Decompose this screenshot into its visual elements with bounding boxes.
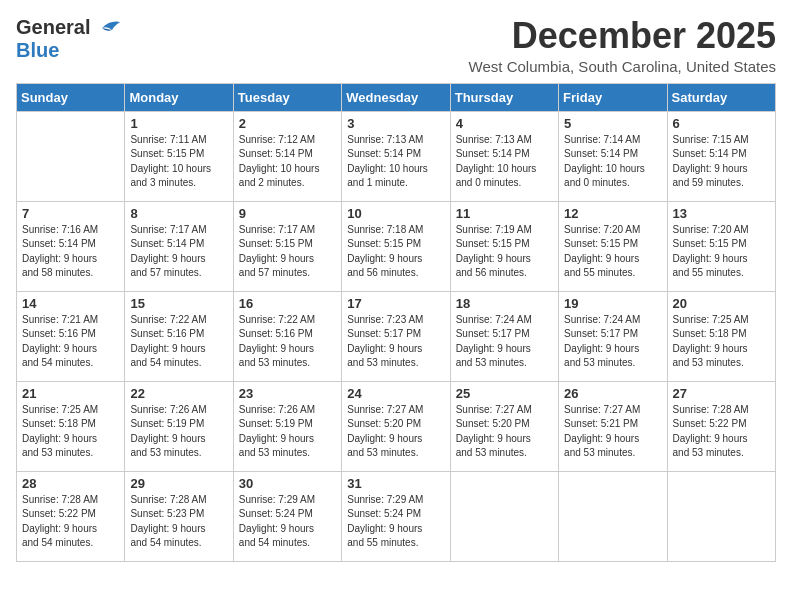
calendar-day-cell: 18Sunrise: 7:24 AMSunset: 5:17 PMDayligh… [450,291,558,381]
day-number: 15 [130,296,227,311]
calendar-day-cell: 2Sunrise: 7:12 AMSunset: 5:14 PMDaylight… [233,111,341,201]
day-number: 29 [130,476,227,491]
day-info: Sunrise: 7:29 AMSunset: 5:24 PMDaylight:… [347,493,444,551]
calendar-day-header: Tuesday [233,83,341,111]
day-number: 16 [239,296,336,311]
calendar-day-cell: 8Sunrise: 7:17 AMSunset: 5:14 PMDaylight… [125,201,233,291]
title-block: December 2025 West Columbia, South Carol… [469,16,776,75]
calendar-week-row: 14Sunrise: 7:21 AMSunset: 5:16 PMDayligh… [17,291,776,381]
calendar-day-cell: 15Sunrise: 7:22 AMSunset: 5:16 PMDayligh… [125,291,233,381]
calendar-day-cell: 24Sunrise: 7:27 AMSunset: 5:20 PMDayligh… [342,381,450,471]
day-number: 23 [239,386,336,401]
day-number: 13 [673,206,770,221]
day-info: Sunrise: 7:26 AMSunset: 5:19 PMDaylight:… [239,403,336,461]
day-number: 30 [239,476,336,491]
day-number: 1 [130,116,227,131]
day-info: Sunrise: 7:17 AMSunset: 5:14 PMDaylight:… [130,223,227,281]
day-number: 10 [347,206,444,221]
calendar-day-cell: 26Sunrise: 7:27 AMSunset: 5:21 PMDayligh… [559,381,667,471]
day-info: Sunrise: 7:28 AMSunset: 5:22 PMDaylight:… [673,403,770,461]
calendar-week-row: 21Sunrise: 7:25 AMSunset: 5:18 PMDayligh… [17,381,776,471]
calendar-day-header: Wednesday [342,83,450,111]
day-info: Sunrise: 7:20 AMSunset: 5:15 PMDaylight:… [673,223,770,281]
calendar-day-cell [559,471,667,561]
calendar-day-cell: 6Sunrise: 7:15 AMSunset: 5:14 PMDaylight… [667,111,775,201]
calendar-day-cell: 11Sunrise: 7:19 AMSunset: 5:15 PMDayligh… [450,201,558,291]
location: West Columbia, South Carolina, United St… [469,58,776,75]
logo-bird-icon [92,18,122,38]
calendar-day-cell: 14Sunrise: 7:21 AMSunset: 5:16 PMDayligh… [17,291,125,381]
day-info: Sunrise: 7:29 AMSunset: 5:24 PMDaylight:… [239,493,336,551]
calendar-day-header: Sunday [17,83,125,111]
day-info: Sunrise: 7:22 AMSunset: 5:16 PMDaylight:… [130,313,227,371]
calendar-week-row: 7Sunrise: 7:16 AMSunset: 5:14 PMDaylight… [17,201,776,291]
calendar-day-cell: 31Sunrise: 7:29 AMSunset: 5:24 PMDayligh… [342,471,450,561]
day-info: Sunrise: 7:18 AMSunset: 5:15 PMDaylight:… [347,223,444,281]
calendar-day-cell: 3Sunrise: 7:13 AMSunset: 5:14 PMDaylight… [342,111,450,201]
day-number: 18 [456,296,553,311]
day-info: Sunrise: 7:20 AMSunset: 5:15 PMDaylight:… [564,223,661,281]
calendar-day-cell: 21Sunrise: 7:25 AMSunset: 5:18 PMDayligh… [17,381,125,471]
day-number: 27 [673,386,770,401]
day-number: 11 [456,206,553,221]
day-info: Sunrise: 7:13 AMSunset: 5:14 PMDaylight:… [347,133,444,191]
day-info: Sunrise: 7:13 AMSunset: 5:14 PMDaylight:… [456,133,553,191]
calendar-table: SundayMondayTuesdayWednesdayThursdayFrid… [16,83,776,562]
day-number: 2 [239,116,336,131]
calendar-week-row: 1Sunrise: 7:11 AMSunset: 5:15 PMDaylight… [17,111,776,201]
day-number: 26 [564,386,661,401]
day-info: Sunrise: 7:27 AMSunset: 5:20 PMDaylight:… [347,403,444,461]
day-number: 5 [564,116,661,131]
calendar-day-header: Friday [559,83,667,111]
calendar-day-cell: 5Sunrise: 7:14 AMSunset: 5:14 PMDaylight… [559,111,667,201]
calendar-day-cell: 29Sunrise: 7:28 AMSunset: 5:23 PMDayligh… [125,471,233,561]
day-number: 17 [347,296,444,311]
day-info: Sunrise: 7:21 AMSunset: 5:16 PMDaylight:… [22,313,119,371]
calendar-day-header: Saturday [667,83,775,111]
logo: General Blue [16,16,122,62]
day-number: 7 [22,206,119,221]
month-title: December 2025 [469,16,776,56]
logo-general: General [16,16,90,39]
day-number: 8 [130,206,227,221]
day-info: Sunrise: 7:24 AMSunset: 5:17 PMDaylight:… [564,313,661,371]
calendar-day-cell: 7Sunrise: 7:16 AMSunset: 5:14 PMDaylight… [17,201,125,291]
day-number: 3 [347,116,444,131]
day-info: Sunrise: 7:27 AMSunset: 5:21 PMDaylight:… [564,403,661,461]
day-info: Sunrise: 7:19 AMSunset: 5:15 PMDaylight:… [456,223,553,281]
day-number: 6 [673,116,770,131]
day-number: 20 [673,296,770,311]
day-info: Sunrise: 7:15 AMSunset: 5:14 PMDaylight:… [673,133,770,191]
day-number: 25 [456,386,553,401]
logo-blue: Blue [16,39,59,61]
day-number: 4 [456,116,553,131]
calendar-day-cell: 20Sunrise: 7:25 AMSunset: 5:18 PMDayligh… [667,291,775,381]
day-info: Sunrise: 7:26 AMSunset: 5:19 PMDaylight:… [130,403,227,461]
day-info: Sunrise: 7:28 AMSunset: 5:23 PMDaylight:… [130,493,227,551]
calendar-day-cell: 16Sunrise: 7:22 AMSunset: 5:16 PMDayligh… [233,291,341,381]
calendar-day-cell: 1Sunrise: 7:11 AMSunset: 5:15 PMDaylight… [125,111,233,201]
calendar-day-header: Monday [125,83,233,111]
calendar-header-row: SundayMondayTuesdayWednesdayThursdayFrid… [17,83,776,111]
calendar-day-cell: 17Sunrise: 7:23 AMSunset: 5:17 PMDayligh… [342,291,450,381]
day-info: Sunrise: 7:14 AMSunset: 5:14 PMDaylight:… [564,133,661,191]
calendar-day-cell: 23Sunrise: 7:26 AMSunset: 5:19 PMDayligh… [233,381,341,471]
calendar-day-cell: 13Sunrise: 7:20 AMSunset: 5:15 PMDayligh… [667,201,775,291]
calendar-day-cell [450,471,558,561]
day-number: 12 [564,206,661,221]
day-info: Sunrise: 7:12 AMSunset: 5:14 PMDaylight:… [239,133,336,191]
calendar-day-cell [667,471,775,561]
day-info: Sunrise: 7:11 AMSunset: 5:15 PMDaylight:… [130,133,227,191]
day-info: Sunrise: 7:24 AMSunset: 5:17 PMDaylight:… [456,313,553,371]
day-number: 21 [22,386,119,401]
calendar-day-cell: 4Sunrise: 7:13 AMSunset: 5:14 PMDaylight… [450,111,558,201]
calendar-day-cell: 9Sunrise: 7:17 AMSunset: 5:15 PMDaylight… [233,201,341,291]
calendar-day-cell: 19Sunrise: 7:24 AMSunset: 5:17 PMDayligh… [559,291,667,381]
day-info: Sunrise: 7:25 AMSunset: 5:18 PMDaylight:… [673,313,770,371]
day-number: 24 [347,386,444,401]
day-info: Sunrise: 7:17 AMSunset: 5:15 PMDaylight:… [239,223,336,281]
day-info: Sunrise: 7:23 AMSunset: 5:17 PMDaylight:… [347,313,444,371]
calendar-day-cell: 22Sunrise: 7:26 AMSunset: 5:19 PMDayligh… [125,381,233,471]
calendar-day-cell: 30Sunrise: 7:29 AMSunset: 5:24 PMDayligh… [233,471,341,561]
day-info: Sunrise: 7:22 AMSunset: 5:16 PMDaylight:… [239,313,336,371]
